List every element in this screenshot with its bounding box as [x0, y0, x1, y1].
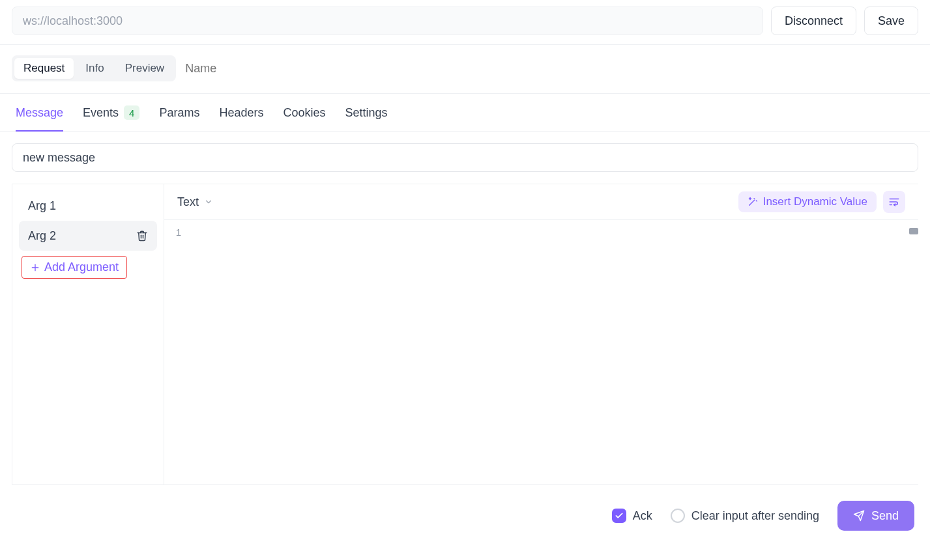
topbar: Disconnect Save [0, 0, 930, 45]
footer: Ack Clear input after sending Send [0, 485, 930, 531]
clear-label: Clear input after sending [691, 509, 819, 523]
ack-checkbox-wrap[interactable]: Ack [612, 509, 652, 523]
tab-message[interactable]: Message [16, 106, 63, 132]
mode-row: Request Info Preview [0, 45, 930, 94]
tab-params-label: Params [159, 106, 199, 120]
arg-item-2-label: Arg 2 [28, 229, 56, 243]
send-label: Send [871, 509, 899, 523]
save-label: Save [878, 14, 905, 28]
tab-events-label: Events [83, 106, 119, 120]
value-type-select[interactable]: Text [177, 195, 213, 209]
mode-tab-info[interactable]: Info [76, 58, 113, 79]
tab-cookies[interactable]: Cookies [283, 106, 325, 132]
arg-item-1[interactable]: Arg 1 [19, 191, 157, 221]
plus-icon [30, 262, 40, 273]
send-icon [853, 510, 865, 522]
tab-events[interactable]: Events 4 [83, 105, 139, 132]
request-name-input[interactable] [185, 62, 336, 76]
save-button[interactable]: Save [864, 7, 918, 35]
args-sidebar: Arg 1 Arg 2 Add Argument [12, 184, 164, 484]
tab-headers-label: Headers [219, 106, 263, 120]
add-argument-button[interactable]: Add Argument [22, 256, 127, 279]
event-name-wrap [0, 132, 930, 184]
mode-tab-request[interactable]: Request [14, 58, 74, 79]
ack-label: Ack [633, 509, 652, 523]
tab-settings[interactable]: Settings [345, 106, 388, 132]
url-input[interactable] [12, 7, 763, 35]
trash-icon[interactable] [136, 230, 148, 242]
disconnect-label: Disconnect [785, 14, 843, 28]
line-number: 1 [164, 227, 188, 238]
tab-settings-label: Settings [345, 106, 388, 120]
event-name-input[interactable] [12, 143, 918, 172]
add-argument-label: Add Argument [44, 260, 119, 274]
disconnect-button[interactable]: Disconnect [771, 7, 856, 35]
value-type-label: Text [177, 195, 199, 209]
wrap-lines-button[interactable] [883, 191, 905, 213]
tab-params[interactable]: Params [159, 106, 199, 132]
tab-headers[interactable]: Headers [219, 106, 263, 132]
mode-segmented: Request Info Preview [12, 55, 176, 81]
insert-dynamic-value-button[interactable]: Insert Dynamic Value [738, 191, 877, 212]
tab-message-label: Message [16, 106, 63, 120]
main-split: Arg 1 Arg 2 Add Argument Text [12, 184, 918, 485]
mode-tab-preview[interactable]: Preview [116, 58, 173, 79]
chevron-down-icon [204, 197, 213, 206]
magic-wand-icon [748, 197, 758, 207]
editor-pane: Text Insert Dynamic Value [164, 184, 918, 484]
check-icon [615, 511, 624, 520]
line-gutter: 1 [164, 220, 188, 484]
ack-checkbox[interactable] [612, 509, 626, 523]
clear-checkbox[interactable] [671, 509, 685, 523]
clear-checkbox-wrap[interactable]: Clear input after sending [671, 509, 819, 523]
arg-item-1-label: Arg 1 [28, 199, 56, 213]
insert-dynamic-value-label: Insert Dynamic Value [763, 195, 867, 208]
editor-toolbar: Text Insert Dynamic Value [164, 184, 918, 220]
scrollbar-handle[interactable] [909, 228, 918, 234]
editor-toolbar-right: Insert Dynamic Value [738, 191, 905, 213]
tab-cookies-label: Cookies [283, 106, 325, 120]
events-count-badge: 4 [124, 105, 139, 120]
send-button[interactable]: Send [837, 501, 914, 531]
wrap-icon [888, 196, 900, 208]
section-tabs: Message Events 4 Params Headers Cookies … [0, 94, 930, 132]
editor-textarea[interactable] [188, 220, 918, 484]
editor-body[interactable]: 1 [164, 220, 918, 484]
arg-item-2[interactable]: Arg 2 [19, 221, 157, 251]
